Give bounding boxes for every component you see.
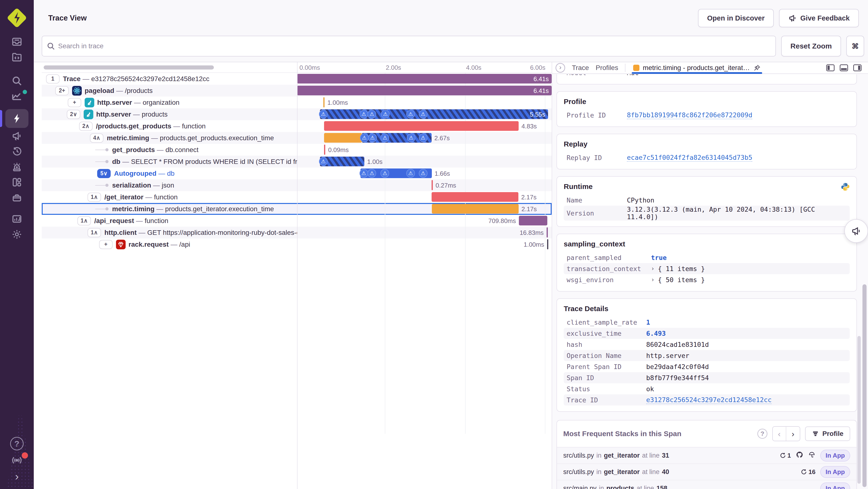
github-icon[interactable] xyxy=(796,451,803,460)
floating-feedback-button[interactable] xyxy=(844,219,868,243)
span-bar[interactable] xyxy=(432,180,433,190)
separator: — xyxy=(157,146,163,153)
span-count-badge[interactable]: 2∧ xyxy=(79,122,93,131)
sidebar-item-feedback[interactable] xyxy=(0,130,34,141)
trace-row[interactable]: 4∧metric.timing—products.get_products.ex… xyxy=(42,132,552,144)
trace-row[interactable]: 1∧/api_request—function709.80ms xyxy=(42,215,552,227)
span-bar[interactable] xyxy=(547,239,548,249)
trace-row[interactable]: metric.timing—products.get_iterator.exec… xyxy=(42,203,552,215)
gear-icon xyxy=(11,229,23,240)
panel-scrollbar[interactable] xyxy=(858,336,861,484)
sidebar-item-projects[interactable] xyxy=(0,52,34,63)
trace-row[interactable]: 2∧/products.get_products—function4.83s xyxy=(42,120,552,132)
window-scrollbar[interactable] xyxy=(863,284,867,487)
span-count-badge[interactable]: + xyxy=(68,98,81,107)
column-divider[interactable] xyxy=(297,62,298,489)
warning-badge-icon[interactable]: ⚠ xyxy=(319,110,328,118)
span-bar[interactable] xyxy=(323,97,324,107)
span-count-badge[interactable]: 1∧ xyxy=(88,193,101,202)
sidebar-item-replays[interactable] xyxy=(0,146,34,157)
names-column-scrollbar[interactable] xyxy=(44,65,214,69)
span-count-badge[interactable]: 2+ xyxy=(55,86,69,95)
trace-row[interactable]: 2+pageload—/products6.41s xyxy=(42,85,552,96)
warning-badge-icon[interactable]: ⚠ xyxy=(419,169,428,178)
stack-frame-row[interactable]: src/utils.pyinget_iteratorat line4016In … xyxy=(557,464,857,480)
warning-badge-icon[interactable]: ⚠ xyxy=(360,134,369,142)
shortcut-button[interactable]: ⌘ xyxy=(846,36,864,56)
span-count-badge[interactable]: 4∧ xyxy=(90,134,103,143)
search-input[interactable] xyxy=(42,36,776,56)
span-bar[interactable] xyxy=(297,74,552,84)
trace-row[interactable]: +rack.request—/api1.00ms xyxy=(42,238,552,250)
warning-badge-icon[interactable]: ⚠ xyxy=(406,110,415,118)
collapse-panel-button[interactable]: › xyxy=(556,63,565,73)
sidebar-item-settings[interactable] xyxy=(0,229,34,240)
trace-row[interactable]: 2∨http.server—products⚠⚠⚠⚠⚠⚠5.55s xyxy=(42,108,552,120)
tab-span-details-active[interactable]: metric.timing - products.get_iterat… xyxy=(632,62,762,74)
span-bar[interactable] xyxy=(519,216,547,225)
span-count-badge[interactable]: 1 xyxy=(46,74,60,84)
stack-frame-row[interactable]: src/main.pyinproductsat line158In App xyxy=(557,480,857,489)
trace-row[interactable]: 5∨Autogrouped—db⚠⚠⚠⚠⚠1.66s xyxy=(42,168,552,179)
sidebar-item-stats[interactable] xyxy=(0,213,34,225)
warning-badge-icon[interactable]: ⚠ xyxy=(419,110,428,118)
sidebar-item-performance[interactable] xyxy=(0,113,34,124)
expand-chevron-icon[interactable]: › xyxy=(651,265,654,272)
stack-frame-row[interactable]: src/utils.pyinget_iteratorat line311In A… xyxy=(557,448,857,464)
trace-row[interactable]: 1∧http.client—GET https://application-mo… xyxy=(42,227,552,238)
span-bar[interactable] xyxy=(432,204,519,213)
sidebar-item-issues[interactable] xyxy=(0,36,34,47)
pin-icon[interactable] xyxy=(753,64,761,72)
span-bar[interactable] xyxy=(324,145,325,155)
warning-badge-icon[interactable]: ⚠ xyxy=(360,110,368,118)
span-bar[interactable] xyxy=(324,133,362,143)
span-count-badge[interactable]: 2∨ xyxy=(67,110,80,119)
detail-value[interactable]: 8fb7bb1891994f8c862f206e8722009d xyxy=(627,111,752,119)
umbrella-icon[interactable] xyxy=(808,451,815,460)
reset-zoom-button[interactable]: Reset Zoom xyxy=(781,36,841,56)
layout-right-icon[interactable] xyxy=(853,64,862,71)
trace-row[interactable]: serialization—json0.27ms xyxy=(42,179,552,191)
sentry-logo[interactable] xyxy=(8,9,26,27)
sidebar-item-alerts[interactable] xyxy=(0,161,34,172)
sidebar-item-explore[interactable] xyxy=(0,75,34,86)
warning-badge-icon[interactable]: ⚠ xyxy=(360,169,368,178)
warning-badge-icon[interactable]: ⚠ xyxy=(406,169,415,178)
sidebar-item-releases[interactable] xyxy=(0,192,34,203)
tab-trace[interactable]: Trace xyxy=(572,64,589,72)
warning-badge-icon[interactable]: ⚠ xyxy=(368,134,377,142)
span-count-badge[interactable]: 5∨ xyxy=(97,169,111,178)
span-bar[interactable] xyxy=(297,86,552,95)
span-count-badge[interactable]: + xyxy=(99,240,113,249)
detail-value[interactable]: ecae7c51f0024f2fa82e6314045d73b5 xyxy=(627,154,752,162)
span-bar[interactable] xyxy=(547,227,548,237)
give-feedback-button[interactable]: Give Feedback xyxy=(779,9,859,27)
detail-value[interactable]: e31278c256524c3297e2cd12458e12cc xyxy=(646,396,772,404)
warning-badge-icon[interactable]: ⚠ xyxy=(407,134,415,142)
layout-bottom-icon[interactable] xyxy=(840,64,848,71)
previous-stack-button[interactable]: ‹ xyxy=(773,427,786,441)
next-stack-button[interactable]: › xyxy=(786,427,800,441)
sidebar-item-trends[interactable] xyxy=(0,91,34,102)
trace-row[interactable]: 1∧/get_iterator—function2.17s xyxy=(42,191,552,203)
span-count-badge[interactable]: 1∧ xyxy=(88,228,101,237)
tab-profiles[interactable]: Profiles xyxy=(596,64,618,72)
trace-row[interactable]: +http.server—organization1.00ms xyxy=(42,96,552,108)
trace-row[interactable]: get_products—db.connect0.09ms xyxy=(42,144,552,156)
span-bar[interactable] xyxy=(324,121,519,131)
sidebar-expand-button[interactable]: › xyxy=(0,471,34,482)
sidebar-item-dashboards[interactable] xyxy=(0,177,34,188)
open-in-discover-button[interactable]: Open in Discover xyxy=(698,9,774,27)
expand-chevron-icon[interactable]: › xyxy=(651,276,654,283)
trace-row[interactable]: 1Trace—e31278c256524c3297e2cd12458e12cc6… xyxy=(42,73,552,85)
warning-badge-icon[interactable]: ⚠ xyxy=(419,134,428,142)
help-icon[interactable]: ? xyxy=(757,429,768,439)
span-count-badge[interactable]: 1∧ xyxy=(78,216,91,225)
span-bar[interactable] xyxy=(432,192,518,202)
profile-button[interactable]: Profile xyxy=(805,427,850,441)
layout-left-icon[interactable] xyxy=(826,64,835,71)
warning-badge-icon[interactable]: ⚠ xyxy=(319,157,328,166)
trace-row[interactable]: db—SELECT * FROM products WHERE id IN (S… xyxy=(42,156,552,168)
frame-at-word: at line xyxy=(642,468,659,476)
span-bar[interactable] xyxy=(320,109,548,119)
